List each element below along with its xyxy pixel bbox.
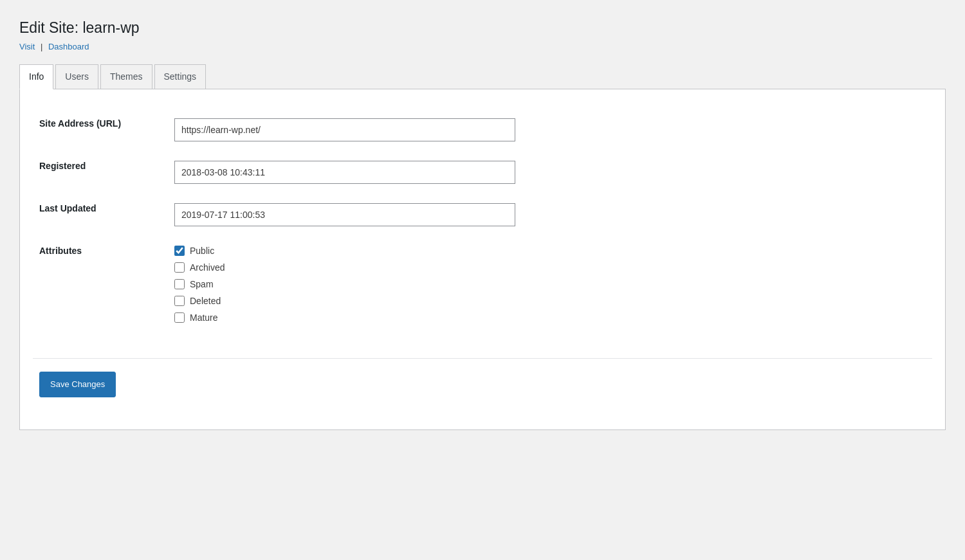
link-separator: | xyxy=(41,42,42,51)
content-area: Site Address (URL) Registered Last Updat… xyxy=(19,89,946,430)
last-updated-cell xyxy=(168,194,932,236)
checkbox-deleted-label[interactable]: Deleted xyxy=(190,296,221,306)
last-updated-input[interactable] xyxy=(174,203,515,226)
submit-area: Save Changes xyxy=(33,358,932,410)
site-links: Visit | Dashboard xyxy=(19,42,946,51)
site-address-label: Site Address (URL) xyxy=(33,109,168,151)
save-changes-button[interactable]: Save Changes xyxy=(39,372,116,397)
checkbox-deleted[interactable] xyxy=(174,296,185,306)
registered-input[interactable] xyxy=(174,161,515,184)
checkbox-public-label[interactable]: Public xyxy=(190,246,214,256)
checkbox-spam-label[interactable]: Spam xyxy=(190,279,214,289)
tab-info[interactable]: Info xyxy=(19,64,53,89)
checkbox-mature-label[interactable]: Mature xyxy=(190,312,218,323)
checkbox-spam-row: Spam xyxy=(174,279,926,289)
dashboard-link[interactable]: Dashboard xyxy=(48,42,89,51)
checkbox-public[interactable] xyxy=(174,246,185,256)
registered-row: Registered xyxy=(33,151,932,194)
registered-cell xyxy=(168,151,932,194)
site-address-cell xyxy=(168,109,932,151)
attributes-row: Attributes Public Archived Spam xyxy=(33,236,932,339)
site-address-row: Site Address (URL) xyxy=(33,109,932,151)
checkbox-mature-row: Mature xyxy=(174,312,926,323)
site-address-input[interactable] xyxy=(174,118,515,141)
last-updated-row: Last Updated xyxy=(33,194,932,236)
last-updated-label: Last Updated xyxy=(33,194,168,236)
attributes-cell: Public Archived Spam Deleted xyxy=(168,236,932,339)
page-title: Edit Site: learn-wp xyxy=(19,19,946,37)
attributes-label: Attributes xyxy=(33,236,168,339)
visit-link[interactable]: Visit xyxy=(19,42,35,51)
tab-users[interactable]: Users xyxy=(55,64,98,89)
checkbox-mature[interactable] xyxy=(174,312,185,323)
checkbox-archived-row: Archived xyxy=(174,262,926,273)
form-table: Site Address (URL) Registered Last Updat… xyxy=(33,109,932,339)
checkbox-archived-label[interactable]: Archived xyxy=(190,262,225,273)
checkbox-spam[interactable] xyxy=(174,279,185,289)
checkbox-public-row: Public xyxy=(174,246,926,256)
registered-label: Registered xyxy=(33,151,168,194)
checkbox-archived[interactable] xyxy=(174,262,185,273)
checkbox-deleted-row: Deleted xyxy=(174,296,926,306)
tab-nav: Info Users Themes Settings xyxy=(19,64,946,89)
tab-themes[interactable]: Themes xyxy=(100,64,152,89)
tab-settings[interactable]: Settings xyxy=(154,64,207,89)
